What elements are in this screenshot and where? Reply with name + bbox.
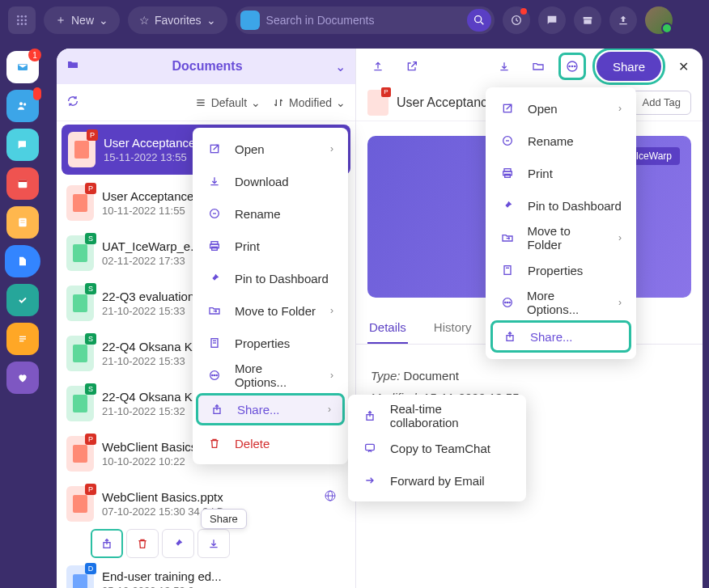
ctx2-print[interactable]: Print — [486, 157, 636, 189]
share-teamchat[interactable]: Copy to TeamChat — [348, 432, 526, 464]
file-subtitle: 05-10-2022 13:53 6... — [102, 585, 346, 588]
chevron-down-icon: ⌄ — [335, 59, 346, 74]
share-button[interactable]: Share — [596, 52, 661, 81]
preview-toolbar: Share ✕ — [356, 49, 703, 84]
files-icon — [16, 255, 29, 268]
ctx-pin[interactable]: Pin to Dashboard — [193, 262, 348, 294]
rename-icon — [207, 207, 222, 220]
item-pin[interactable] — [162, 529, 194, 558]
delete-icon — [136, 537, 149, 550]
list-icon — [194, 96, 207, 109]
new-button[interactable]: ＋ New ⌄ — [44, 6, 120, 34]
share-icon — [363, 409, 377, 422]
chat-button[interactable] — [538, 6, 566, 34]
print-icon — [500, 167, 515, 180]
download-icon — [498, 60, 511, 73]
share-icon — [210, 403, 224, 416]
tab-details[interactable]: Details — [367, 312, 408, 344]
file-context-menu: Open› Download Rename Print Pin to Dashb… — [193, 128, 348, 464]
rail-files[interactable] — [5, 245, 40, 277]
rail-chat[interactable] — [6, 129, 39, 161]
documents-app-icon — [240, 11, 260, 30]
search-button[interactable] — [467, 9, 491, 32]
tab-history[interactable]: History — [432, 312, 473, 344]
view-selector[interactable]: Default ⌄ — [194, 96, 261, 109]
rail-people[interactable] — [6, 90, 39, 122]
sync-button[interactable] — [66, 95, 79, 110]
teamchat-icon — [363, 442, 377, 455]
chevron-down-icon: ⌄ — [206, 14, 216, 27]
ctx2-move[interactable]: Move to Folder› — [486, 222, 636, 254]
folder-action[interactable] — [524, 53, 552, 80]
chevron-right-icon: › — [328, 404, 331, 415]
svg-point-17 — [20, 143, 21, 144]
ctx2-rename[interactable]: Rename — [486, 125, 636, 157]
rename-icon — [500, 134, 515, 147]
folder-icon — [532, 60, 545, 73]
share-button-highlight: Share — [592, 49, 665, 85]
share-email[interactable]: Forward by Email — [348, 464, 526, 497]
ctx2-open[interactable]: Open› — [486, 92, 636, 125]
file-name: End-user training ed... — [102, 569, 346, 583]
sort-selector[interactable]: Modified ⌄ — [272, 96, 346, 109]
search-input[interactable] — [266, 14, 461, 27]
ctx-properties[interactable]: Properties — [193, 327, 348, 359]
open-icon — [500, 102, 515, 115]
svg-rect-54 — [504, 266, 511, 275]
ctx-download[interactable]: Download — [193, 165, 348, 197]
upload-button[interactable] — [609, 6, 637, 34]
upload-action[interactable] — [364, 53, 392, 80]
close-preview[interactable]: ✕ — [672, 59, 694, 74]
pin-icon — [172, 537, 185, 550]
rail-tasks[interactable] — [6, 284, 39, 316]
svg-point-4 — [21, 19, 23, 22]
more-action[interactable] — [558, 53, 586, 80]
ctx-move[interactable]: Move to Folder› — [193, 294, 348, 327]
sort-label: Modified — [289, 96, 332, 109]
chevron-down-icon: ⌄ — [99, 14, 108, 27]
pin-icon — [207, 272, 222, 285]
user-avatar[interactable] — [645, 6, 673, 34]
ctx-more[interactable]: More Options...› — [193, 359, 348, 391]
documents-header[interactable]: Documents ⌄ — [57, 49, 355, 84]
file-type-icon — [66, 336, 94, 371]
ctx-print[interactable]: Print — [193, 230, 348, 262]
folder-move-icon — [207, 304, 222, 317]
file-type-icon — [66, 565, 94, 588]
ctx2-pin[interactable]: Pin to Dashboard — [486, 189, 636, 222]
ctx2-more[interactable]: More Options...› — [486, 286, 636, 319]
svg-point-47 — [216, 374, 217, 375]
item-download[interactable] — [197, 529, 230, 558]
ctx2-properties[interactable]: Properties — [486, 254, 636, 286]
add-tag-button[interactable]: Add Tag — [632, 91, 691, 115]
print-icon — [207, 239, 222, 252]
archive-button[interactable] — [574, 6, 601, 34]
check-icon — [16, 294, 29, 307]
rail-calendar[interactable] — [6, 167, 39, 200]
rail-mail[interactable]: 1 — [6, 51, 39, 83]
ctx2-share[interactable]: Share... — [490, 320, 631, 353]
file-meta: End-user training ed... 05-10-2022 13:53… — [102, 569, 346, 588]
file-type-icon — [66, 185, 94, 221]
heart-icon — [16, 371, 29, 384]
ctx-rename[interactable]: Rename — [193, 197, 348, 230]
download-action[interactable] — [490, 53, 518, 80]
documents-title: Documents — [87, 59, 327, 74]
file-item[interactable]: End-user training ed... 05-10-2022 13:53… — [57, 558, 355, 588]
rail-app2[interactable] — [6, 362, 39, 394]
ctx-delete[interactable]: Delete — [193, 427, 348, 459]
apps-grid-button[interactable] — [8, 6, 36, 34]
people-badge — [33, 87, 41, 100]
ctx-share[interactable]: Share...› — [196, 393, 345, 425]
rail-notes[interactable] — [6, 206, 39, 239]
open-external-action[interactable] — [398, 53, 426, 80]
notifications-button[interactable] — [503, 6, 530, 34]
ctx-open[interactable]: Open› — [193, 133, 348, 165]
folder-icon — [66, 58, 79, 74]
item-delete[interactable] — [126, 529, 159, 558]
favorites-button[interactable]: ☆ Favorites ⌄ — [128, 6, 227, 34]
item-share[interactable] — [91, 529, 123, 558]
rail-app1[interactable] — [6, 323, 39, 355]
dashboard-icon — [510, 14, 523, 27]
share-realtime[interactable]: Real-time collaboration — [348, 400, 526, 432]
